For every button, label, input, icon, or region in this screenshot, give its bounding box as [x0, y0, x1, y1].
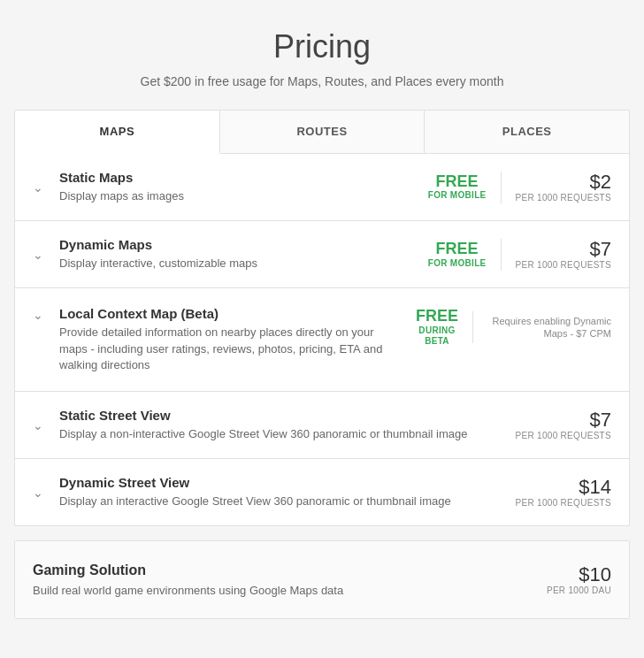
- row-title-static-street: Static Street View: [59, 408, 498, 423]
- gaming-row: Gaming Solution Build real world game en…: [15, 541, 629, 618]
- gaming-desc: Build real world game environments using…: [33, 584, 529, 597]
- price-divider: [501, 172, 502, 203]
- row-info-local-context: Local Context Map (Beta) Provide detaile…: [59, 306, 398, 373]
- price-unit: PER 1000 REQUESTS: [516, 498, 611, 508]
- row-title-static-maps: Static Maps: [59, 170, 410, 185]
- row-desc-dynamic-street: Display an interactive Google Street Vie…: [59, 494, 498, 509]
- row-desc-dynamic-maps: Display interactive, customizable maps: [59, 256, 410, 272]
- chevron-icon[interactable]: ⌄: [33, 418, 43, 432]
- row-pricing-static-street: $7 PER 1000 REQUESTS: [516, 409, 611, 440]
- row-pricing-local-context: FREE DURING BETA Requires enabling Dynam…: [416, 308, 611, 347]
- row-desc-local-context: Provide detailed information on nearby p…: [59, 325, 398, 373]
- free-badge-dynamic-maps: FREE FOR MOBILE: [428, 241, 487, 269]
- tab-routes[interactable]: ROUTES: [220, 111, 426, 153]
- row-pricing-static-maps: FREE FOR MOBILE $2 PER 1000 REQUESTS: [428, 172, 611, 203]
- price-value: $7: [516, 239, 611, 260]
- row-static-street-view: ⌄ Static Street View Display a non-inter…: [15, 392, 629, 459]
- price-divider: [472, 311, 473, 343]
- free-sub: FOR MOBILE: [428, 190, 487, 201]
- chevron-icon[interactable]: ⌄: [33, 248, 43, 262]
- gaming-info: Gaming Solution Build real world game en…: [33, 562, 529, 597]
- price-note-local-context: Requires enabling Dynamic Maps - $7 CPM: [487, 315, 611, 340]
- price-value: $14: [516, 477, 611, 498]
- row-info-static-maps: Static Maps Display maps as images: [59, 170, 410, 204]
- price-unit: PER 1000 REQUESTS: [516, 431, 611, 440]
- row-dynamic-street-view: ⌄ Dynamic Street View Display an interac…: [15, 459, 629, 525]
- price-divider: [501, 239, 502, 271]
- price-amount-dynamic-street: $14 PER 1000 REQUESTS: [516, 477, 611, 508]
- gaming-price: $10 PER 1000 DAU: [547, 564, 611, 595]
- free-sub: FOR MOBILE: [428, 258, 487, 269]
- pricing-container: MAPS ROUTES PLACES ⌄ Static Maps Display…: [14, 110, 630, 526]
- free-label: FREE: [428, 241, 487, 258]
- tab-maps[interactable]: MAPS: [15, 111, 220, 154]
- free-badge-static-maps: FREE FOR MOBILE: [428, 173, 487, 202]
- row-pricing-dynamic-maps: FREE FOR MOBILE $7 PER 1000 REQUESTS: [428, 239, 611, 271]
- price-unit: PER 1000 REQUESTS: [516, 260, 611, 270]
- row-info-dynamic-street: Dynamic Street View Display an interacti…: [59, 475, 498, 509]
- price-value: $2: [516, 172, 611, 193]
- price-amount-static-street: $7 PER 1000 REQUESTS: [516, 409, 611, 440]
- row-desc-static-maps: Display maps as images: [59, 188, 410, 204]
- price-amount-static-maps: $2 PER 1000 REQUESTS: [516, 172, 611, 203]
- tab-places[interactable]: PLACES: [425, 111, 629, 153]
- gaming-price-value: $10: [547, 564, 611, 585]
- chevron-icon[interactable]: ⌄: [33, 180, 43, 195]
- row-pricing-dynamic-street: $14 PER 1000 REQUESTS: [516, 477, 611, 508]
- row-info-static-street: Static Street View Display a non-interac…: [59, 408, 498, 442]
- tabs-bar: MAPS ROUTES PLACES: [15, 111, 629, 154]
- page-subtitle: Get $200 in free usage for Maps, Routes,…: [18, 74, 626, 88]
- row-desc-static-street: Display a non-interactive Google Street …: [59, 426, 498, 442]
- price-unit: PER 1000 REQUESTS: [516, 193, 611, 203]
- row-static-maps: ⌄ Static Maps Display maps as images FRE…: [15, 154, 629, 221]
- gaming-title: Gaming Solution: [33, 562, 529, 578]
- gaming-solution-container: Gaming Solution Build real world game en…: [14, 540, 630, 619]
- free-label: FREE: [428, 173, 487, 191]
- chevron-icon[interactable]: ⌄: [33, 308, 43, 322]
- price-value: $7: [516, 409, 611, 431]
- row-local-context: ⌄ Local Context Map (Beta) Provide detai…: [15, 288, 629, 392]
- row-dynamic-maps: ⌄ Dynamic Maps Display interactive, cust…: [15, 221, 629, 288]
- free-sub: DURING BETA: [416, 325, 458, 347]
- page-header: Pricing Get $200 in free usage for Maps,…: [0, 0, 644, 110]
- row-title-local-context: Local Context Map (Beta): [59, 306, 398, 321]
- row-title-dynamic-maps: Dynamic Maps: [59, 237, 410, 252]
- row-info-dynamic-maps: Dynamic Maps Display interactive, custom…: [59, 237, 410, 272]
- price-amount-dynamic-maps: $7 PER 1000 REQUESTS: [516, 239, 611, 270]
- gaming-price-unit: PER 1000 DAU: [547, 585, 611, 595]
- free-badge-local-context: FREE DURING BETA: [416, 308, 458, 347]
- page-title: Pricing: [18, 28, 626, 65]
- row-title-dynamic-street: Dynamic Street View: [59, 475, 498, 490]
- chevron-icon[interactable]: ⌄: [33, 486, 43, 500]
- free-label: FREE: [416, 308, 458, 325]
